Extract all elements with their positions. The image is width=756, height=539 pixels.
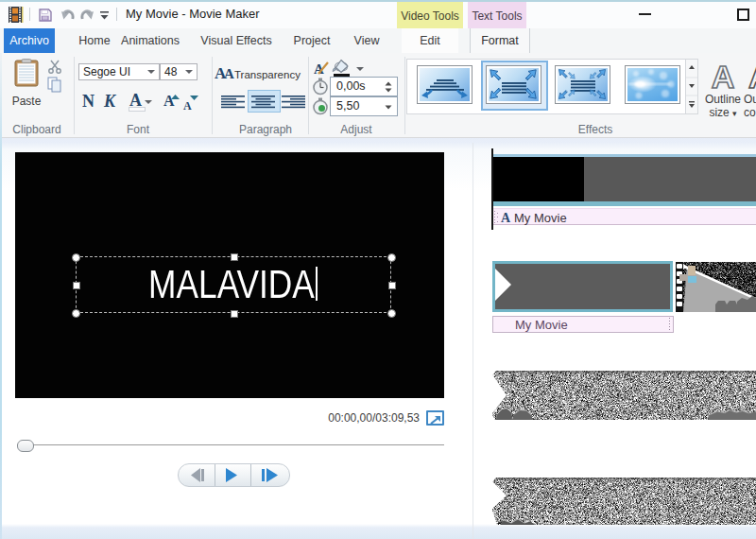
svg-text:A: A [748,61,756,91]
svg-text:A: A [712,61,735,91]
